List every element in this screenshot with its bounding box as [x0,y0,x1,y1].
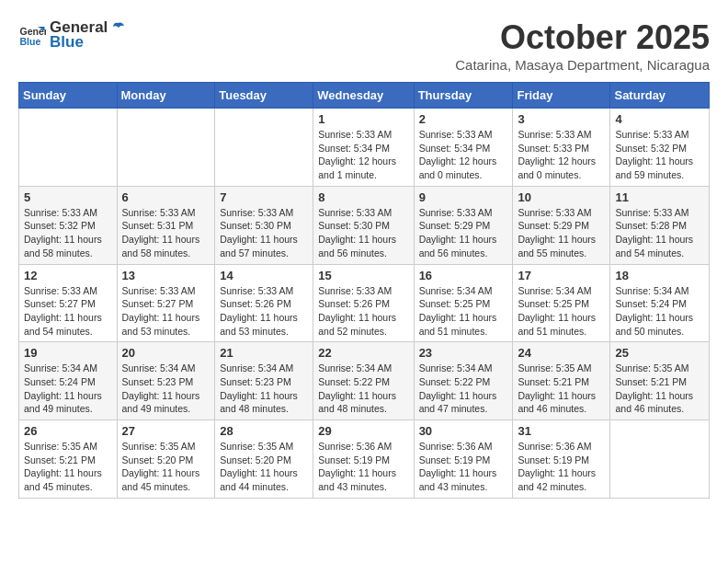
calendar-day-18: 18Sunrise: 5:34 AMSunset: 5:24 PMDayligh… [610,264,710,342]
day-number: 6 [122,190,210,204]
calendar-empty-cell [117,109,215,187]
month-title: October 2025 [455,18,710,57]
calendar-day-14: 14Sunrise: 5:33 AMSunset: 5:26 PMDayligh… [215,264,313,342]
calendar-day-4: 4Sunrise: 5:33 AMSunset: 5:32 PMDaylight… [610,109,710,187]
day-info: Sunrise: 5:35 AMSunset: 5:20 PMDaylight:… [122,440,210,494]
day-info: Sunrise: 5:34 AMSunset: 5:22 PMDaylight:… [318,362,408,416]
day-number: 5 [24,190,112,204]
calendar-day-19: 19Sunrise: 5:34 AMSunset: 5:24 PMDayligh… [19,342,118,420]
day-info: Sunrise: 5:33 AMSunset: 5:32 PMDaylight:… [24,206,112,260]
day-info: Sunrise: 5:34 AMSunset: 5:25 PMDaylight:… [518,284,605,339]
day-number: 23 [419,346,508,360]
calendar-day-8: 8Sunrise: 5:33 AMSunset: 5:30 PMDaylight… [313,186,414,264]
calendar-day-21: 21Sunrise: 5:34 AMSunset: 5:23 PMDayligh… [215,342,313,420]
calendar-day-27: 27Sunrise: 5:35 AMSunset: 5:20 PMDayligh… [117,420,215,499]
day-number: 27 [122,424,210,438]
calendar-day-5: 5Sunrise: 5:33 AMSunset: 5:32 PMDaylight… [19,186,118,264]
day-info: Sunrise: 5:35 AMSunset: 5:21 PMDaylight:… [24,440,112,494]
day-number: 30 [419,424,508,438]
weekday-header-monday: Monday [117,83,215,109]
calendar-day-24: 24Sunrise: 5:35 AMSunset: 5:21 PMDayligh… [513,342,610,420]
day-number: 7 [220,190,308,204]
calendar-day-11: 11Sunrise: 5:33 AMSunset: 5:28 PMDayligh… [610,186,710,264]
day-info: Sunrise: 5:34 AMSunset: 5:23 PMDaylight:… [122,362,210,416]
day-number: 3 [518,112,605,126]
day-info: Sunrise: 5:36 AMSunset: 5:19 PMDaylight:… [419,440,508,494]
calendar-week-row: 26Sunrise: 5:35 AMSunset: 5:21 PMDayligh… [19,420,710,499]
day-info: Sunrise: 5:33 AMSunset: 5:29 PMDaylight:… [518,206,605,260]
calendar-day-29: 29Sunrise: 5:36 AMSunset: 5:19 PMDayligh… [313,420,414,499]
calendar-day-23: 23Sunrise: 5:34 AMSunset: 5:22 PMDayligh… [414,342,513,420]
calendar-week-row: 1Sunrise: 5:33 AMSunset: 5:34 PMDaylight… [19,109,710,187]
day-info: Sunrise: 5:34 AMSunset: 5:23 PMDaylight:… [220,362,308,416]
day-number: 13 [122,269,210,282]
day-number: 10 [518,190,605,204]
day-info: Sunrise: 5:34 AMSunset: 5:24 PMDaylight:… [24,362,112,416]
calendar-day-10: 10Sunrise: 5:33 AMSunset: 5:29 PMDayligh… [513,186,610,264]
day-info: Sunrise: 5:33 AMSunset: 5:29 PMDaylight:… [419,206,508,260]
day-info: Sunrise: 5:33 AMSunset: 5:34 PMDaylight:… [318,128,408,182]
calendar-day-28: 28Sunrise: 5:35 AMSunset: 5:20 PMDayligh… [215,420,313,499]
day-number: 16 [419,269,508,282]
calendar-empty-cell [215,109,313,187]
day-info: Sunrise: 5:33 AMSunset: 5:28 PMDaylight:… [615,206,704,260]
calendar-day-12: 12Sunrise: 5:33 AMSunset: 5:27 PMDayligh… [19,264,118,342]
day-info: Sunrise: 5:34 AMSunset: 5:22 PMDaylight:… [419,362,508,416]
location-subtitle: Catarina, Masaya Department, Nicaragua [455,57,710,73]
day-info: Sunrise: 5:35 AMSunset: 5:20 PMDaylight:… [220,440,308,494]
day-info: Sunrise: 5:33 AMSunset: 5:32 PMDaylight:… [615,128,704,182]
day-number: 17 [518,269,605,282]
weekday-header-sunday: Sunday [19,83,118,109]
weekday-header-thursday: Thursday [414,83,513,109]
calendar-day-30: 30Sunrise: 5:36 AMSunset: 5:19 PMDayligh… [414,420,513,499]
day-info: Sunrise: 5:35 AMSunset: 5:21 PMDaylight:… [518,362,605,416]
day-number: 20 [122,346,210,360]
day-number: 26 [24,424,112,438]
calendar-day-25: 25Sunrise: 5:35 AMSunset: 5:21 PMDayligh… [610,342,710,420]
day-number: 8 [318,190,408,204]
calendar-day-7: 7Sunrise: 5:33 AMSunset: 5:30 PMDaylight… [215,186,313,264]
calendar-day-20: 20Sunrise: 5:34 AMSunset: 5:23 PMDayligh… [117,342,215,420]
day-number: 15 [318,269,408,282]
weekday-header-friday: Friday [513,83,610,109]
day-info: Sunrise: 5:33 AMSunset: 5:26 PMDaylight:… [318,284,408,339]
day-number: 1 [318,112,408,126]
day-info: Sunrise: 5:35 AMSunset: 5:21 PMDaylight:… [615,362,704,416]
day-number: 2 [419,112,508,126]
calendar-day-6: 6Sunrise: 5:33 AMSunset: 5:31 PMDaylight… [117,186,215,264]
calendar-day-26: 26Sunrise: 5:35 AMSunset: 5:21 PMDayligh… [19,420,118,499]
day-number: 22 [318,346,408,360]
calendar-header-row: SundayMondayTuesdayWednesdayThursdayFrid… [19,83,710,109]
logo-icon: General Blue [18,21,46,49]
day-info: Sunrise: 5:36 AMSunset: 5:19 PMDaylight:… [318,440,408,494]
calendar-empty-cell [19,109,118,187]
day-number: 18 [615,269,704,282]
calendar-empty-cell [610,420,710,499]
day-info: Sunrise: 5:33 AMSunset: 5:27 PMDaylight:… [122,284,210,339]
day-number: 31 [518,424,605,438]
calendar-day-16: 16Sunrise: 5:34 AMSunset: 5:25 PMDayligh… [414,264,513,342]
calendar-week-row: 12Sunrise: 5:33 AMSunset: 5:27 PMDayligh… [19,264,710,342]
weekday-header-saturday: Saturday [610,83,710,109]
day-info: Sunrise: 5:33 AMSunset: 5:30 PMDaylight:… [318,206,408,260]
day-info: Sunrise: 5:33 AMSunset: 5:27 PMDaylight:… [24,284,112,339]
calendar-day-15: 15Sunrise: 5:33 AMSunset: 5:26 PMDayligh… [313,264,414,342]
day-number: 14 [220,269,308,282]
day-info: Sunrise: 5:33 AMSunset: 5:33 PMDaylight:… [518,128,605,182]
calendar-week-row: 19Sunrise: 5:34 AMSunset: 5:24 PMDayligh… [19,342,710,420]
calendar-day-13: 13Sunrise: 5:33 AMSunset: 5:27 PMDayligh… [117,264,215,342]
day-number: 21 [220,346,308,360]
page-header: General Blue General Blue October 2025 C… [18,18,710,73]
day-info: Sunrise: 5:34 AMSunset: 5:24 PMDaylight:… [615,284,704,339]
calendar-day-31: 31Sunrise: 5:36 AMSunset: 5:19 PMDayligh… [513,420,610,499]
title-area: October 2025 Catarina, Masaya Department… [455,18,710,73]
day-number: 24 [518,346,605,360]
svg-text:Blue: Blue [20,36,41,47]
day-info: Sunrise: 5:33 AMSunset: 5:31 PMDaylight:… [122,206,210,260]
calendar-week-row: 5Sunrise: 5:33 AMSunset: 5:32 PMDaylight… [19,186,710,264]
calendar-day-9: 9Sunrise: 5:33 AMSunset: 5:29 PMDaylight… [414,186,513,264]
day-number: 12 [24,269,112,282]
calendar-day-1: 1Sunrise: 5:33 AMSunset: 5:34 PMDaylight… [313,109,414,187]
calendar-day-2: 2Sunrise: 5:33 AMSunset: 5:34 PMDaylight… [414,109,513,187]
calendar-day-17: 17Sunrise: 5:34 AMSunset: 5:25 PMDayligh… [513,264,610,342]
